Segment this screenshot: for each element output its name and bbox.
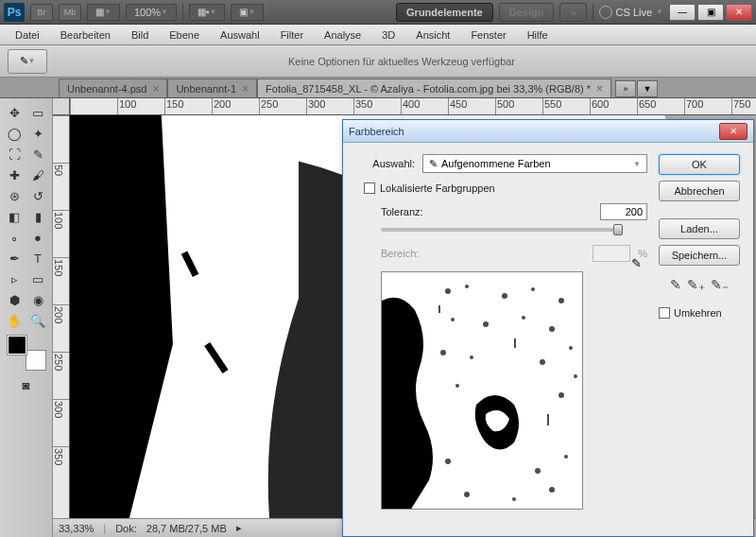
minibridge-button[interactable]: Mb — [59, 4, 81, 21]
close-icon[interactable]: × — [596, 82, 603, 95]
ok-button[interactable]: OK — [659, 154, 740, 175]
localized-checkbox[interactable]: Lokalisierte Farbgruppen — [364, 182, 647, 194]
menu-fenster[interactable]: Fenster — [461, 26, 515, 43]
svg-point-16 — [483, 321, 489, 327]
horizontal-ruler[interactable]: 1001502002503003504004505005506006507007… — [70, 98, 756, 115]
menu-ebene[interactable]: Ebene — [160, 26, 209, 43]
svg-point-15 — [451, 318, 455, 321]
fuzziness-slider[interactable] — [381, 228, 623, 232]
hand-tool[interactable]: ✋ — [3, 310, 26, 331]
menu-3d[interactable]: 3D — [372, 26, 404, 43]
load-button[interactable]: Laden... — [659, 218, 740, 239]
cs-live-button[interactable]: CS Live ▼ — [599, 6, 663, 19]
checkbox-icon — [364, 182, 375, 194]
workspace-more[interactable]: » — [559, 3, 586, 22]
screen-mode-dropdown[interactable]: ▣ ▼ — [231, 4, 264, 21]
menu-filter[interactable]: Filter — [271, 26, 313, 43]
wand-tool[interactable]: ✦ — [26, 123, 49, 144]
tab-scroll-right[interactable]: » — [615, 80, 636, 97]
bridge-button[interactable]: Br — [30, 4, 53, 21]
menu-analyse[interactable]: Analyse — [315, 26, 370, 43]
fuzziness-label: Toleranz: — [381, 206, 456, 217]
vertical-ruler[interactable]: 50100150200250300350 — [53, 115, 70, 518]
color-range-dialog: Farbbereich ✕ Auswahl: ✎ Aufgenommene Fa… — [342, 119, 754, 537]
svg-rect-32 — [438, 305, 440, 313]
eyedropper-subtract-icon[interactable]: ✎₋ — [711, 277, 729, 292]
invert-checkbox[interactable]: Umkehren — [659, 307, 740, 319]
menu-bild[interactable]: Bild — [122, 26, 158, 43]
svg-point-14 — [558, 298, 564, 303]
background-color[interactable] — [26, 350, 46, 371]
close-icon[interactable]: × — [242, 82, 249, 95]
eraser-tool[interactable]: ◧ — [3, 206, 26, 227]
marquee-tool[interactable]: ▭ — [26, 102, 49, 123]
color-swatches[interactable] — [7, 335, 46, 371]
fuzziness-input[interactable] — [600, 203, 647, 220]
status-doc-label: Dok: — [115, 523, 137, 534]
svg-rect-33 — [514, 338, 516, 348]
dodge-tool[interactable]: ● — [26, 227, 49, 248]
slider-thumb[interactable] — [613, 224, 623, 235]
history-brush-tool[interactable]: ↺ — [26, 185, 49, 206]
menu-ansicht[interactable]: Ansicht — [406, 26, 459, 43]
svg-point-20 — [470, 355, 473, 359]
3d-tool[interactable]: ⬢ — [3, 289, 26, 310]
view-mode-dropdown[interactable]: ▦ ▼ — [87, 4, 120, 21]
eyedropper-add-icon[interactable]: ✎₊ — [687, 277, 705, 292]
workspace-grundelemente[interactable]: Grundelemente — [396, 3, 493, 22]
close-button[interactable]: ✕ — [726, 4, 752, 21]
arrange-dropdown[interactable]: ▦▪ ▼ — [189, 4, 225, 21]
doc-tab-1[interactable]: Unbenannt-4.psd× — [59, 78, 167, 97]
crop-tool[interactable]: ⛶ — [3, 144, 26, 165]
svg-point-23 — [455, 384, 459, 388]
brush-tool[interactable]: 🖌 — [26, 165, 49, 185]
3d-camera-tool[interactable]: ◉ — [26, 289, 49, 310]
workspace-design[interactable]: Design — [499, 3, 555, 22]
close-icon[interactable]: × — [152, 82, 159, 95]
minimize-button[interactable]: — — [669, 4, 696, 21]
selection-preview[interactable] — [381, 271, 583, 510]
path-tool[interactable]: ▹ — [3, 268, 26, 289]
eyedropper-icon: ✎ — [20, 55, 28, 67]
cancel-button[interactable]: Abbrechen — [659, 181, 740, 201]
ruler-origin[interactable] — [53, 98, 70, 115]
shape-tool[interactable]: ▭ — [26, 268, 49, 289]
status-menu-icon[interactable]: ▸ — [236, 522, 242, 534]
tool-preset[interactable]: ✎ ▼ — [8, 49, 47, 74]
type-tool[interactable]: T — [26, 248, 49, 268]
doc-tab-3[interactable]: Fotolia_8715458_XL - © Azaliya - Fotolia… — [257, 78, 611, 97]
title-bar: Ps Br Mb ▦ ▼ 100% ▼ ▦▪ ▼ ▣ ▼ Grundelemen… — [0, 0, 756, 25]
tab-menu[interactable]: ▼ — [637, 80, 658, 97]
preview-image — [382, 272, 583, 510]
blur-tool[interactable]: ∘ — [3, 227, 26, 248]
menu-hilfe[interactable]: Hilfe — [518, 26, 558, 43]
move-tool[interactable]: ✥ — [3, 102, 26, 123]
eyedropper-sample-icon[interactable]: ✎ — [670, 277, 681, 292]
heal-tool[interactable]: ✚ — [3, 165, 26, 185]
zoom-tool[interactable]: 🔍 — [26, 310, 49, 331]
options-message: Keine Optionen für aktuelles Werkzeug ve… — [55, 56, 748, 67]
maximize-button[interactable]: ▣ — [697, 4, 724, 21]
quickmask-toggle[interactable]: ◙ — [15, 374, 38, 395]
lasso-tool[interactable]: ◯ — [3, 123, 26, 144]
menu-datei[interactable]: Datei — [6, 26, 49, 43]
pen-tool[interactable]: ✒ — [3, 248, 26, 268]
svg-point-25 — [574, 374, 577, 378]
eyedropper-icon: ✎ — [429, 158, 438, 170]
gradient-tool[interactable]: ▮ — [26, 206, 49, 227]
preview-eyedropper-icon[interactable]: ✎ — [631, 256, 642, 270]
doc-tab-2[interactable]: Unbenannt-1× — [167, 78, 257, 97]
eyedropper-tool[interactable]: ✎ — [26, 144, 49, 165]
foreground-color[interactable] — [7, 335, 27, 355]
save-button[interactable]: Speichern... — [659, 245, 740, 266]
status-doc-size: 28,7 MB/27,5 MB — [146, 523, 227, 534]
menu-auswahl[interactable]: Auswahl — [211, 26, 269, 43]
svg-point-12 — [502, 293, 507, 299]
dialog-titlebar[interactable]: Farbbereich ✕ — [343, 120, 753, 143]
menu-bearbeiten[interactable]: Bearbeiten — [51, 26, 120, 43]
dialog-close-button[interactable]: ✕ — [719, 123, 747, 140]
zoom-dropdown[interactable]: 100% ▼ — [126, 4, 177, 21]
stamp-tool[interactable]: ⊛ — [3, 185, 26, 206]
status-zoom[interactable]: 33,33% — [59, 523, 94, 534]
select-dropdown[interactable]: ✎ Aufgenommene Farben ▼ — [422, 154, 647, 173]
